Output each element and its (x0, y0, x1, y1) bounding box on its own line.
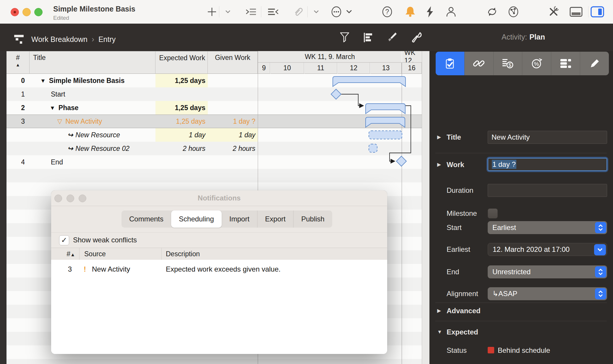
work-field-label: Work (447, 158, 464, 172)
given-work-cell (208, 87, 258, 101)
disclosure-triangle-icon[interactable]: ▼ (40, 74, 46, 87)
sync-icon[interactable] (484, 4, 500, 19)
notifications-bell-icon[interactable] (403, 4, 418, 19)
breadcrumb[interactable]: Work Breakdown › Entry (12, 32, 116, 47)
gantt-resource-bar[interactable] (369, 144, 377, 152)
breadcrumb-section[interactable]: Work Breakdown (31, 35, 87, 44)
advanced-disclosure-icon[interactable]: ▶ (437, 304, 441, 318)
gantt-scrollbar-track[interactable] (422, 51, 429, 364)
gantt-milestone[interactable] (396, 156, 406, 166)
inspector-tab-links[interactable] (464, 52, 493, 75)
inspector-tab-edit[interactable] (580, 52, 609, 75)
gantt-milestone[interactable] (331, 89, 341, 99)
column-header-given-work[interactable]: Given Work (208, 51, 258, 74)
dialog-tab-scheduling[interactable]: Scheduling (171, 210, 222, 228)
gantt-resource-bar[interactable] (369, 131, 402, 139)
disclosure-triangle-icon[interactable]: ▽ (57, 115, 62, 128)
right-panel-icon[interactable] (590, 4, 605, 19)
toolbar-divider (307, 6, 308, 17)
show-weak-conflicts-checkbox[interactable]: ✓ (59, 235, 69, 245)
expected-disclosure-icon[interactable]: ▼ (437, 325, 442, 339)
outdent-icon[interactable] (265, 4, 281, 19)
style-list-icon[interactable] (361, 30, 375, 45)
add-options-chevron-icon[interactable] (220, 4, 236, 19)
start-popup[interactable]: Earliest (488, 221, 607, 234)
format-brush-icon[interactable] (384, 30, 399, 45)
disclosure-triangle-icon[interactable]: ▼ (50, 101, 55, 115)
row-title: ▽New Activity (30, 115, 155, 128)
dependency-connector[interactable] (340, 94, 363, 106)
row-number (7, 128, 30, 142)
stepper-icon[interactable] (595, 266, 606, 278)
inspector-tab-finance[interactable]: $ (493, 52, 522, 75)
left-gutter (0, 51, 7, 364)
earliest-date-field[interactable]: 12. March 2020 at 17:00 (488, 243, 607, 256)
end-popup[interactable]: Unrestricted (488, 265, 607, 278)
document-status: Edited (53, 15, 69, 21)
notification-number: 3 (51, 263, 72, 276)
stepper-icon[interactable] (595, 288, 606, 299)
alignment-popup[interactable]: ↳ASAP (488, 287, 607, 300)
filter-funnel-icon[interactable] (337, 30, 352, 45)
settings-wrench-icon[interactable] (409, 30, 424, 45)
dialog-tab-comments[interactable]: Comments (121, 210, 171, 228)
actions-bolt-icon[interactable] (422, 4, 437, 19)
dialog-tab-import[interactable]: Import (222, 210, 257, 228)
attach-options-chevron-icon[interactable] (309, 4, 324, 19)
dialog-column-source[interactable]: Source (80, 248, 162, 260)
expected-work-cell: 1,25 days (155, 74, 208, 87)
gantt-summary[interactable] (366, 117, 405, 127)
more-chevron-icon[interactable] (341, 4, 357, 19)
date-chevron-icon[interactable] (594, 244, 606, 255)
dialog-column-description[interactable]: Description (162, 248, 387, 260)
gantt-summary[interactable] (366, 104, 405, 114)
zoom-button[interactable] (34, 8, 43, 16)
advanced-section-label: Advanced (447, 304, 481, 318)
breadcrumb-view[interactable]: Entry (98, 35, 116, 44)
network-globe-icon[interactable] (506, 4, 521, 19)
dialog-tab-export[interactable]: Export (257, 210, 293, 228)
gantt-summary[interactable] (333, 76, 406, 86)
work-disclosure-icon[interactable]: ▶ (437, 158, 441, 172)
view-bar: Work Breakdown › Entry Activity:Plan (0, 24, 613, 51)
settings-tools-icon[interactable] (546, 4, 561, 19)
given-work-cell (208, 101, 258, 115)
indent-icon[interactable] (243, 4, 259, 19)
svg-text:?: ? (385, 8, 389, 16)
bottom-panel-icon[interactable] (568, 4, 584, 19)
status-label: Status (447, 344, 467, 357)
notification-row[interactable]: 3!New ActivityExpected work exceeds give… (51, 263, 387, 276)
given-work-cell (208, 74, 258, 87)
dialog-column-number[interactable]: #▲ (51, 248, 80, 260)
warning-icon: ! (84, 263, 86, 276)
row-number: 4 (7, 155, 30, 169)
dialog-tab-publish[interactable]: Publish (293, 210, 332, 228)
work-input[interactable]: 1 day ? (488, 158, 607, 171)
stepper-icon[interactable] (595, 222, 606, 233)
notification-description: Expected work exceeds given value. (166, 263, 280, 276)
milestone-checkbox[interactable] (488, 208, 498, 218)
minimize-button[interactable] (22, 8, 31, 16)
dialog-title: Notifications (51, 194, 387, 202)
expected-work-cell: 1 day (155, 128, 208, 142)
close-button[interactable] (11, 8, 19, 16)
attach-icon[interactable] (291, 4, 306, 19)
resources-person-icon[interactable] (443, 4, 459, 19)
inspector-tab-utilization[interactable]: % (522, 52, 551, 75)
duration-input[interactable] (488, 184, 607, 197)
sort-ascending-icon: ▲ (70, 252, 75, 257)
dialog-titlebar[interactable]: Notifications (51, 190, 387, 206)
column-header-title[interactable]: Title (30, 51, 155, 74)
help-icon[interactable]: ? (380, 4, 395, 19)
row-title: ↪New Resource (30, 128, 155, 142)
dialog-tab-group: CommentsSchedulingImportExportPublish (121, 210, 332, 228)
title-input[interactable]: New Activity (488, 131, 607, 144)
add-icon[interactable] (204, 4, 220, 19)
inspector-tab-subrows[interactable] (551, 52, 580, 75)
inspector-tab-activity[interactable] (436, 52, 464, 75)
svg-text:%: % (534, 61, 539, 67)
title-disclosure-icon[interactable]: ▶ (437, 130, 441, 144)
column-header-expected-work[interactable]: Expected Work (155, 51, 208, 74)
row-title: Start (30, 87, 155, 101)
column-header-number[interactable]: #▲ (7, 51, 30, 74)
